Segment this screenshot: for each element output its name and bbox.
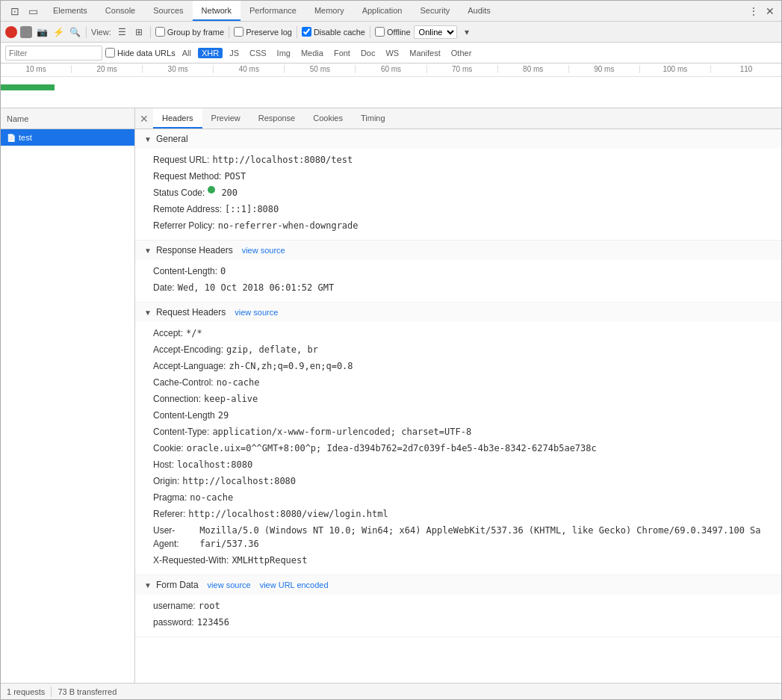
filter-ws[interactable]: WS xyxy=(382,48,403,58)
req-row-content-type: Content-Type: application/x-www-form-url… xyxy=(153,424,763,440)
devtools-window: ⊡ ▭ Elements Console Sources Network Per… xyxy=(0,0,782,700)
preserve-log-checkbox[interactable] xyxy=(234,27,243,37)
disable-cache-check[interactable]: Disable cache xyxy=(302,27,365,37)
req-field-name-1: Accept-Encoding: xyxy=(153,343,223,356)
timeline-bar xyxy=(1,84,55,90)
req-field-value-7: oracle.uix=0^^GMT+8:00^p; Idea-d394b762=… xyxy=(187,442,597,455)
section-form-data: ▼ Form Data view source view URL encoded… xyxy=(135,575,781,637)
search-icon[interactable]: 🔍 xyxy=(68,25,81,39)
req-field-name-11: Referer: xyxy=(153,507,185,521)
req-row-accept-encoding: Accept-Encoding: gzip, deflate, br xyxy=(153,341,763,358)
filter-manifest[interactable]: Manifest xyxy=(406,48,444,58)
tab-sources[interactable]: Sources xyxy=(144,1,192,21)
resp-field-name-1: Date: xyxy=(153,281,175,294)
form-view-source-link[interactable]: view source xyxy=(208,580,251,589)
tab-memory[interactable]: Memory xyxy=(305,1,353,21)
req-row-connection: Connection: keep-alive xyxy=(153,391,763,407)
filter-other[interactable]: Other xyxy=(447,48,476,58)
network-row-test[interactable]: 📄 test xyxy=(1,129,134,146)
tab-elements[interactable]: Elements xyxy=(44,1,96,21)
file-icon: 📄 xyxy=(7,134,16,142)
filter-xhr[interactable]: XHR xyxy=(198,48,223,58)
tick-60ms: 60 ms xyxy=(355,65,426,73)
tick-10ms: 10 ms xyxy=(1,65,71,73)
hide-data-urls-check[interactable]: Hide data URLs xyxy=(105,48,176,58)
filter-icon[interactable]: ⚡ xyxy=(52,25,65,39)
close-panel-button[interactable]: ✕ xyxy=(138,111,150,126)
list-view-icon[interactable]: ☰ xyxy=(116,25,129,39)
tab-headers[interactable]: Headers xyxy=(153,108,202,128)
offline-checkbox[interactable] xyxy=(375,27,385,37)
left-panel: Name 📄 test xyxy=(1,108,135,684)
section-form-data-header[interactable]: ▼ Form Data view source view URL encoded xyxy=(135,575,781,595)
request-view-source-link[interactable]: view source xyxy=(235,308,278,317)
section-request-arrow: ▼ xyxy=(144,309,152,317)
status-separator xyxy=(51,687,52,697)
dock-icon[interactable]: ▭ xyxy=(25,3,41,19)
tick-110: 110 xyxy=(710,65,781,73)
tab-performance[interactable]: Performance xyxy=(241,1,305,21)
req-row-pragma: Pragma: no-cache xyxy=(153,489,763,506)
section-request-headers: ▼ Request Headers view source Accept: */… xyxy=(135,303,781,575)
tab-audits[interactable]: Audits xyxy=(459,1,500,21)
req-field-value-9: http://localhost:8080 xyxy=(182,474,296,488)
general-row-remote: Remote Address: [::1]:8080 xyxy=(153,201,763,217)
form-field-value-0: root xyxy=(199,599,220,613)
section-response-headers-header[interactable]: ▼ Response Headers view source xyxy=(135,241,781,260)
form-row-username: username: root xyxy=(153,598,763,614)
group-by-frame-check[interactable]: Group by frame xyxy=(155,27,224,37)
section-request-title: Request Headers xyxy=(156,307,226,318)
req-field-name-5: Content-Length xyxy=(153,409,215,422)
req-row-accept-language: Accept-Language: zh-CN,zh;q=0.9,en;q=0.8 xyxy=(153,358,763,374)
more-options-icon[interactable]: ⋮ xyxy=(745,3,762,19)
tick-50ms: 50 ms xyxy=(284,65,355,73)
req-field-value-3: no-cache xyxy=(217,376,260,389)
field-value-status: 200 xyxy=(221,186,238,199)
preserve-log-check[interactable]: Preserve log xyxy=(234,27,292,37)
general-row-url: Request URL: http://localhost:8080/test xyxy=(153,152,763,168)
req-field-name-13: X-Requested-With: xyxy=(153,554,229,567)
filter-input[interactable] xyxy=(5,46,102,61)
throttle-dropdown-icon[interactable]: ▾ xyxy=(460,25,474,39)
stop-button[interactable] xyxy=(20,26,32,38)
tab-preview[interactable]: Preview xyxy=(202,108,249,128)
form-view-url-encoded-link[interactable]: view URL encoded xyxy=(260,580,329,589)
filter-css[interactable]: CSS xyxy=(246,48,270,58)
filter-img[interactable]: Img xyxy=(273,48,294,58)
section-request-headers-header[interactable]: ▼ Request Headers view source xyxy=(135,303,781,322)
undock-icon[interactable]: ⊡ xyxy=(7,3,23,19)
tab-cookies[interactable]: Cookies xyxy=(304,108,352,128)
general-row-referrer-policy: Referrer Policy: no-referrer-when-downgr… xyxy=(153,217,763,234)
req-field-value-5: 29 xyxy=(218,409,229,422)
top-tab-bar: ⊡ ▭ Elements Console Sources Network Per… xyxy=(1,1,781,22)
tab-timing[interactable]: Timing xyxy=(352,108,394,128)
tab-network[interactable]: Network xyxy=(193,1,241,21)
camera-icon[interactable]: 📷 xyxy=(35,25,49,39)
tick-70ms: 70 ms xyxy=(426,65,497,73)
filter-media[interactable]: Media xyxy=(297,48,327,58)
section-response-title: Response Headers xyxy=(156,245,233,255)
tab-response[interactable]: Response xyxy=(249,108,305,128)
grid-view-icon[interactable]: ⊞ xyxy=(132,25,146,39)
filter-font[interactable]: Font xyxy=(330,48,354,58)
section-general-body: Request URL: http://localhost:8080/test … xyxy=(135,149,781,240)
filter-doc[interactable]: Doc xyxy=(357,48,379,58)
req-field-value-0: */* xyxy=(186,326,202,340)
tab-console[interactable]: Console xyxy=(96,1,144,21)
hide-data-urls-checkbox[interactable] xyxy=(105,48,115,58)
response-view-source-link[interactable]: view source xyxy=(242,246,285,255)
req-field-name-0: Accept: xyxy=(153,326,183,340)
filter-js[interactable]: JS xyxy=(226,48,243,58)
tab-security[interactable]: Security xyxy=(411,1,459,21)
throttle-select[interactable]: Online xyxy=(414,25,457,39)
disable-cache-checkbox[interactable] xyxy=(302,27,311,37)
offline-check[interactable]: Offline xyxy=(375,27,411,37)
tab-application[interactable]: Application xyxy=(353,1,412,21)
req-field-value-13: XMLHttpRequest xyxy=(232,554,307,567)
close-devtools-icon[interactable]: ✕ xyxy=(762,3,778,19)
group-by-frame-checkbox[interactable] xyxy=(155,27,165,37)
headers-content: ▼ General Request URL: http://localhost:… xyxy=(135,129,781,637)
filter-all[interactable]: All xyxy=(179,48,195,58)
record-button[interactable] xyxy=(5,26,17,38)
section-general-header[interactable]: ▼ General xyxy=(135,129,781,149)
